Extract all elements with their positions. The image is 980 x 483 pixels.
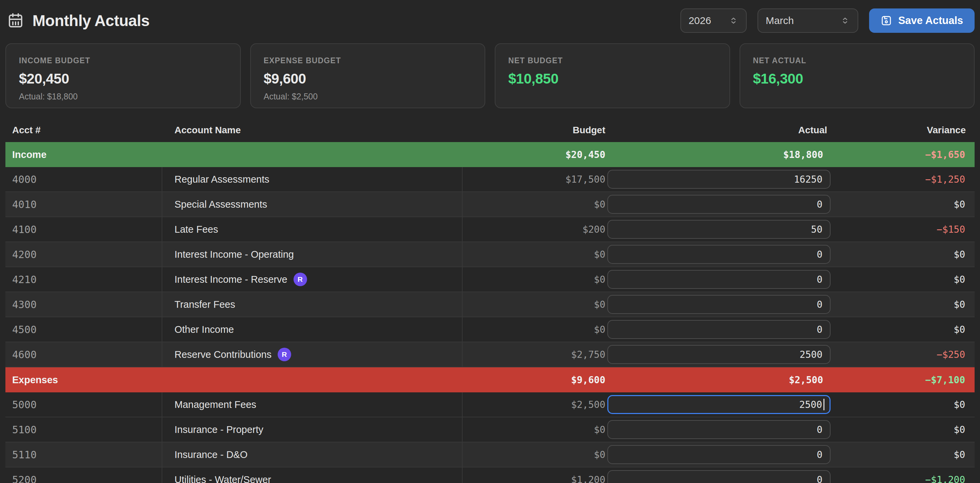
section-name: Income: [5, 149, 463, 160]
account-name-cell: Regular Assessments: [162, 167, 463, 191]
col-header-variance: Variance: [831, 125, 975, 135]
actual-input[interactable]: [607, 195, 830, 214]
table-row-4010: 4010 Special Assessments $0 $0: [5, 192, 975, 217]
month-select[interactable]: March: [757, 8, 858, 33]
actual-cell: [605, 195, 831, 214]
variance-cell: $0: [831, 274, 975, 285]
section-budget: $20,450: [463, 149, 605, 160]
col-header-account-name: Account Name: [162, 125, 463, 135]
acct-cell: 4210: [5, 267, 162, 292]
account-name-cell: Utilities - Water/Sewer: [162, 467, 463, 483]
card-subtext: Actual: $18,800: [19, 92, 227, 102]
account-name-cell: Insurance - Property: [162, 418, 463, 442]
budget-cell: $0: [463, 274, 605, 285]
account-name: Utilities - Water/Sewer: [175, 474, 271, 483]
save-button-label: Save Actuals: [898, 14, 963, 27]
account-name-cell: Insurance - D&O: [162, 442, 463, 467]
variance-cell: $0: [831, 449, 975, 460]
actual-input[interactable]: [607, 470, 830, 483]
account-name: Insurance - Property: [175, 424, 263, 435]
table-row-5110: 5110 Insurance - D&O $0 $0: [5, 442, 975, 467]
income-budget-card: INCOME BUDGET $20,450 Actual: $18,800: [5, 43, 241, 108]
budget-cell: $17,500: [463, 174, 605, 185]
text-caret: [823, 399, 824, 410]
section-actual: $2,500: [605, 375, 831, 386]
save-actuals-button[interactable]: Save Actuals: [869, 8, 975, 33]
card-value: $20,450: [19, 71, 227, 87]
budget-cell: $0: [463, 249, 605, 260]
budget-cell: $0: [463, 324, 605, 335]
card-value: $9,600: [264, 71, 472, 87]
actual-cell: [605, 345, 831, 364]
header-controls: 2026 March Save Actuals: [680, 8, 975, 33]
account-name: Transfer Fees: [175, 299, 235, 310]
actual-input[interactable]: [607, 320, 830, 339]
card-label: NET ACTUAL: [753, 56, 961, 65]
account-name: Insurance - D&O: [175, 449, 248, 460]
table-row-4100: 4100 Late Fees $200 −$150: [5, 217, 975, 242]
account-name-cell: Late Fees: [162, 217, 463, 241]
actual-cell: [605, 420, 831, 439]
acct-cell: 4500: [5, 317, 162, 342]
section-name: Expenses: [5, 375, 463, 386]
section-row-expenses: Expenses $9,600 $2,500 −$7,100: [5, 367, 975, 392]
variance-cell: $0: [831, 324, 975, 335]
actual-input-focused[interactable]: [607, 395, 830, 414]
account-name: Special Assessments: [175, 199, 267, 210]
acct-cell: 4000: [5, 167, 162, 191]
variance-cell: −$250: [831, 349, 975, 360]
card-label: EXPENSE BUDGET: [264, 56, 472, 65]
actual-input[interactable]: [607, 245, 830, 264]
account-name-cell: Interest Income - ReserveR: [162, 267, 463, 292]
actual-cell: [605, 270, 831, 289]
section-actual: $18,800: [605, 149, 831, 160]
actual-input[interactable]: [607, 295, 830, 314]
actual-input[interactable]: [607, 170, 830, 189]
summary-cards: INCOME BUDGET $20,450 Actual: $18,800 EX…: [5, 43, 975, 108]
actual-cell: [605, 395, 831, 414]
account-name: Interest Income - Operating: [175, 249, 294, 260]
account-name-cell: Other Income: [162, 317, 463, 342]
variance-cell: $0: [831, 424, 975, 435]
col-header-budget: Budget: [463, 125, 605, 135]
actual-input[interactable]: [607, 445, 830, 464]
reserve-badge: R: [278, 348, 291, 361]
variance-cell: $0: [831, 249, 975, 260]
table-row-5200: 5200 Utilities - Water/Sewer $1,200 −$1,…: [5, 467, 975, 483]
account-name-cell: Transfer Fees: [162, 292, 463, 317]
variance-cell: $0: [831, 199, 975, 210]
account-name: Regular Assessments: [175, 174, 269, 185]
table-row-4600: 4600 Reserve ContributionsR $2,750 −$250: [5, 342, 975, 367]
actual-cell: [605, 220, 831, 239]
budget-cell: $0: [463, 299, 605, 310]
acct-cell: 5000: [5, 392, 162, 417]
table-row-5100: 5100 Insurance - Property $0 $0: [5, 418, 975, 442]
account-name-cell: Interest Income - Operating: [162, 242, 463, 266]
actual-input[interactable]: [607, 345, 830, 364]
budget-cell: $0: [463, 424, 605, 435]
col-header-acct: Acct #: [5, 125, 162, 135]
table-header-row: Acct # Account Name Budget Actual Varian…: [5, 118, 975, 142]
chevron-up-down-icon: [729, 16, 738, 26]
expense-budget-card: EXPENSE BUDGET $9,600 Actual: $2,500: [250, 43, 485, 108]
actual-input[interactable]: [607, 420, 830, 439]
budget-cell: $200: [463, 224, 605, 235]
account-name: Interest Income - Reserve: [175, 274, 288, 285]
variance-cell: −$1,200: [831, 474, 975, 483]
acct-cell: 5200: [5, 467, 162, 483]
actual-cell: [605, 320, 831, 339]
budget-cell: $1,200: [463, 474, 605, 483]
top-bar: Monthly Actuals 2026 March Save Actuals: [0, 0, 980, 41]
year-select[interactable]: 2026: [680, 8, 747, 33]
section-variance: −$1,650: [831, 149, 975, 160]
actual-cell: [605, 445, 831, 464]
account-name: Reserve Contributions: [175, 349, 272, 360]
actuals-table: Acct # Account Name Budget Actual Varian…: [5, 118, 975, 483]
actual-cell: [605, 470, 831, 483]
actual-input[interactable]: [607, 270, 830, 289]
budget-cell: $0: [463, 199, 605, 210]
budget-cell: $0: [463, 449, 605, 460]
actual-input[interactable]: [607, 220, 830, 239]
net-actual-card: NET ACTUAL $16,300: [740, 43, 975, 108]
table-row-4210: 4210 Interest Income - ReserveR $0 $0: [5, 267, 975, 292]
